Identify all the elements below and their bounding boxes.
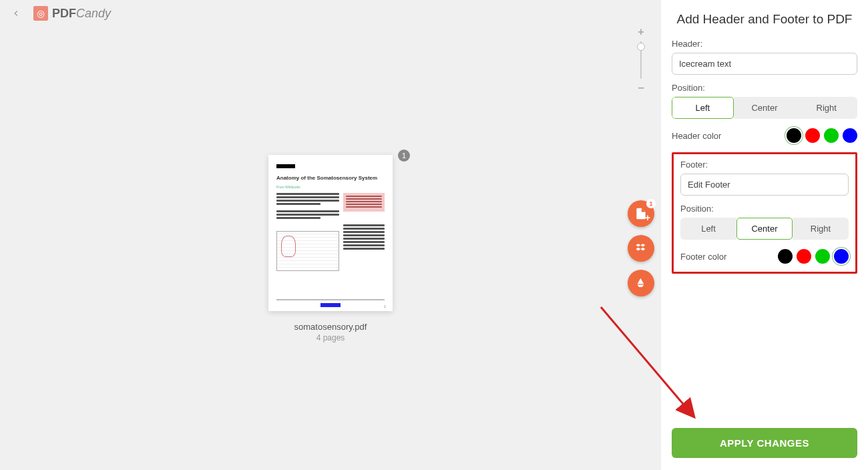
doc-title: Anatomy of the Somatosensory System	[276, 175, 385, 181]
footer-color-black[interactable]	[778, 249, 793, 264]
header-color-black[interactable]	[787, 128, 801, 143]
footer-pos-right[interactable]: Right	[793, 218, 849, 240]
header-color-blue[interactable]	[843, 128, 857, 143]
header-preview-mark	[276, 164, 295, 168]
sidebar-title: Add Header and Footer to PDF	[672, 12, 857, 27]
footer-preview-mark	[320, 303, 341, 307]
header-input[interactable]	[672, 53, 857, 75]
footer-input[interactable]	[680, 174, 849, 196]
footer-section-highlight: Footer: Position: Left Center Right Foot…	[672, 152, 857, 274]
add-file-button[interactable]: + 1	[628, 200, 654, 227]
header-label: Header:	[672, 39, 857, 49]
footer-color-label: Footer color	[680, 252, 726, 262]
brand-logo-icon: ◎	[33, 6, 48, 21]
page-number-badge: 1	[398, 150, 410, 162]
header-color-red[interactable]	[805, 128, 820, 143]
footer-position-label: Position:	[680, 204, 849, 214]
add-file-badge: 1	[646, 199, 656, 208]
file-pages: 4 pages	[268, 333, 393, 342]
back-button[interactable]	[8, 5, 24, 21]
file-name: somatosensory.pdf	[268, 322, 393, 332]
header-color-green[interactable]	[824, 128, 839, 143]
header-pos-right[interactable]: Right	[795, 97, 857, 119]
footer-color-blue[interactable]	[834, 249, 849, 264]
footer-position-segment: Left Center Right	[680, 218, 849, 240]
header-position-segment: Left Center Right	[672, 97, 857, 119]
brand-logo-group: ◎ PDFCandy	[33, 6, 111, 21]
header-pos-left[interactable]: Left	[672, 97, 734, 119]
header-color-label: Header color	[672, 131, 721, 141]
settings-sidebar: Add Header and Footer to PDF Header: Pos…	[661, 0, 868, 470]
google-drive-button[interactable]	[628, 270, 654, 296]
apply-changes-button[interactable]: APPLY CHANGES	[672, 428, 857, 458]
brand-text: PDFCandy	[52, 7, 111, 21]
header-position-label: Position:	[672, 83, 857, 93]
footer-label: Footer:	[680, 160, 849, 170]
header-pos-center[interactable]: Center	[734, 97, 796, 119]
page-card[interactable]: 1 Anatomy of the Somatosensory System Fr…	[268, 155, 393, 342]
footer-color-red[interactable]	[797, 249, 811, 264]
preview-area: 1 Anatomy of the Somatosensory System Fr…	[0, 27, 661, 470]
page-thumbnail[interactable]: Anatomy of the Somatosensory System From…	[268, 155, 393, 311]
footer-pos-center[interactable]: Center	[736, 218, 793, 240]
footer-pos-left[interactable]: Left	[680, 218, 736, 240]
doc-subtitle: From Wikibooks	[276, 185, 385, 189]
diagram-illustration	[276, 231, 339, 271]
dropbox-button[interactable]	[628, 235, 654, 262]
footer-color-green[interactable]	[815, 249, 830, 264]
